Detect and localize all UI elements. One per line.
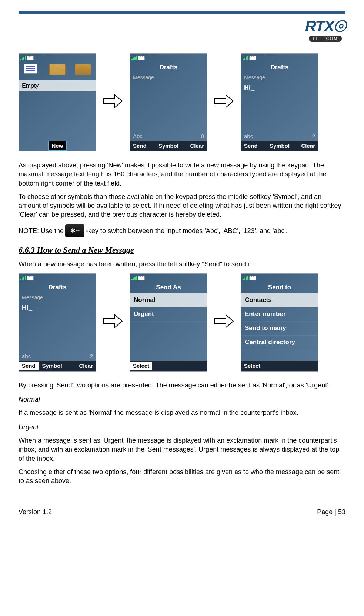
softkey-select[interactable]: Select bbox=[241, 362, 281, 370]
paragraph: By pressing 'Send' two options are prese… bbox=[19, 381, 345, 390]
screenshot-row-1: Empty New Drafts Message Abc 0 Send Symb… bbox=[19, 53, 345, 151]
arrow-icon bbox=[102, 92, 124, 113]
softkey-symbol[interactable]: Symbol bbox=[157, 142, 180, 150]
softkey-new[interactable]: New bbox=[48, 141, 67, 151]
softkey-symbol[interactable]: Symbol bbox=[39, 362, 66, 370]
signal-icon bbox=[243, 55, 248, 60]
softkey-bar: Select bbox=[241, 361, 318, 371]
softkey-clear[interactable]: Clear bbox=[66, 362, 96, 370]
message-icon bbox=[138, 56, 145, 60]
note-suffix: -key to switch between the input modes '… bbox=[86, 226, 288, 235]
phone-screen-draft-send: Drafts Message Hi_ abc 2 Send Symbol Cle… bbox=[19, 273, 96, 372]
signal-icon bbox=[243, 275, 248, 280]
header-logo: RTX⦾ TELECOM bbox=[19, 16, 345, 46]
icon-row bbox=[19, 62, 96, 80]
message-icon bbox=[27, 276, 34, 280]
screen-title: Drafts bbox=[19, 282, 96, 293]
status-bar bbox=[130, 54, 207, 62]
screenshot-row-2: Drafts Message Hi_ abc 2 Send Symbol Cle… bbox=[19, 273, 345, 372]
menu-item-central-directory[interactable]: Central directory bbox=[241, 336, 318, 350]
signal-icon bbox=[20, 55, 26, 60]
version-label: Version 1.2 bbox=[19, 507, 52, 516]
menu-list: Normal Urgent bbox=[130, 293, 207, 361]
subheading-urgent: Urgent bbox=[19, 423, 345, 432]
input-mode: abc bbox=[244, 133, 253, 140]
paragraph: Choosing either of these two options, fo… bbox=[19, 467, 345, 486]
phone-screen-drafts-list: Empty New bbox=[19, 53, 96, 151]
signal-icon bbox=[131, 55, 137, 60]
info-row: abc 2 bbox=[241, 132, 318, 141]
arrow-icon bbox=[213, 312, 235, 333]
screen-subtitle: Message bbox=[19, 293, 96, 302]
paragraph: When a message is sent as 'Urgent' the m… bbox=[19, 436, 345, 463]
info-row: Abc 0 bbox=[130, 132, 207, 141]
input-text: Hi_ bbox=[22, 304, 32, 312]
page-footer: Version 1.2 Page | 53 bbox=[19, 507, 345, 516]
signal-icon bbox=[20, 275, 26, 280]
softkey-bar: New bbox=[19, 141, 96, 151]
write-message-icon bbox=[24, 64, 40, 78]
input-text: Hi_ bbox=[244, 84, 254, 91]
paragraph: As displayed above, pressing 'New' makes… bbox=[19, 161, 345, 188]
softkey-select[interactable]: Select bbox=[130, 362, 152, 370]
phone-screen-draft-empty: Drafts Message Abc 0 Send Symbol Clear bbox=[130, 53, 207, 151]
menu-item-normal[interactable]: Normal bbox=[130, 293, 207, 307]
softkey-send[interactable]: Send bbox=[241, 142, 268, 150]
screen-subtitle: Message bbox=[130, 73, 207, 82]
status-bar bbox=[241, 274, 318, 282]
message-input[interactable]: Hi_ bbox=[19, 302, 96, 352]
note-line: NOTE: Use the ✱ ⊶ -key to switch between… bbox=[19, 224, 345, 237]
screen-title: Drafts bbox=[130, 62, 207, 73]
message-icon bbox=[249, 276, 256, 280]
softkey-send[interactable]: Send bbox=[19, 362, 39, 370]
input-mode: abc bbox=[22, 353, 31, 360]
section-heading: 6.6.3 How to Send a New Message bbox=[19, 244, 345, 256]
input-mode: Abc bbox=[133, 133, 143, 140]
menu-item-contacts[interactable]: Contacts bbox=[241, 293, 318, 307]
menu-item-send-to-many[interactable]: Send to many bbox=[241, 322, 318, 336]
char-count: 2 bbox=[90, 353, 93, 360]
message-input[interactable]: Hi_ bbox=[241, 82, 318, 132]
inbox-icon bbox=[49, 64, 66, 78]
menu-item-enter-number[interactable]: Enter number bbox=[241, 307, 318, 322]
softkey-clear[interactable]: Clear bbox=[291, 142, 318, 150]
empty-label: Empty bbox=[19, 80, 96, 91]
paragraph: When a new message has been written, pre… bbox=[19, 260, 345, 269]
info-row: abc 2 bbox=[19, 352, 96, 361]
message-input[interactable] bbox=[130, 82, 207, 132]
phone-screen-draft-typed: Drafts Message Hi_ abc 2 Send Symbol Cle… bbox=[241, 53, 318, 151]
softkey-symbol[interactable]: Symbol bbox=[268, 142, 291, 150]
softkey-bar: Send Symbol Clear bbox=[130, 141, 207, 151]
phone-screen-send-as: Send As Normal Urgent Select bbox=[130, 273, 207, 372]
phone-screen-send-to: Send to Contacts Enter number Send to ma… bbox=[241, 273, 318, 372]
message-icon bbox=[249, 56, 256, 60]
note-prefix: NOTE: Use the bbox=[19, 226, 64, 235]
outbox-icon bbox=[75, 64, 91, 78]
screen-subtitle: Message bbox=[241, 73, 318, 82]
subheading-normal: Normal bbox=[19, 395, 345, 404]
softkey-bar: Send Symbol Clear bbox=[241, 141, 318, 151]
screen-title: Send As bbox=[130, 282, 207, 293]
header-rule bbox=[19, 11, 345, 14]
paragraph: To choose other symbols than those avail… bbox=[19, 192, 345, 219]
menu-list: Contacts Enter number Send to many Centr… bbox=[241, 293, 318, 361]
page-number: Page | 53 bbox=[317, 507, 345, 516]
char-count: 2 bbox=[312, 133, 315, 140]
status-bar bbox=[19, 274, 96, 282]
softkey-clear[interactable]: Clear bbox=[180, 142, 207, 150]
softkey-send[interactable]: Send bbox=[130, 142, 157, 150]
logo-subtext: TELECOM bbox=[309, 36, 342, 42]
screen-title: Send to bbox=[241, 282, 318, 293]
message-icon bbox=[27, 56, 34, 60]
menu-item-urgent[interactable]: Urgent bbox=[130, 307, 207, 322]
softkey-bar: Select bbox=[130, 361, 207, 371]
arrow-icon bbox=[102, 312, 124, 333]
screen-title: Drafts bbox=[241, 62, 318, 73]
softkey-bar: Send Symbol Clear bbox=[19, 361, 96, 371]
status-bar bbox=[241, 54, 318, 62]
signal-icon bbox=[131, 275, 137, 280]
status-bar bbox=[19, 54, 96, 62]
arrow-icon bbox=[213, 92, 235, 113]
message-icon bbox=[138, 276, 145, 280]
logo-text: RTX⦾ bbox=[305, 17, 345, 35]
